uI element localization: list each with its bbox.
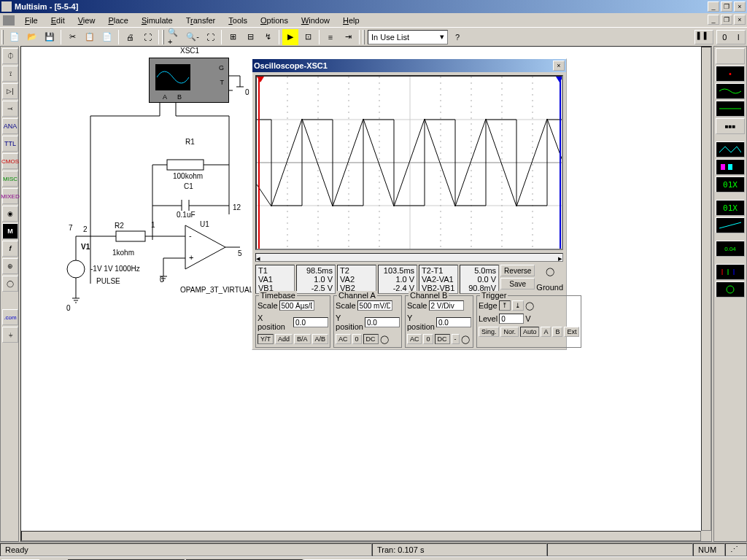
- chb-0[interactable]: 0: [423, 334, 433, 344]
- zoomin-button[interactable]: 🔍+: [167, 29, 183, 45]
- palette-ground[interactable]: ⏚: [2, 327, 18, 343]
- edge-rise[interactable]: ⤒: [499, 300, 511, 311]
- child-close-button[interactable]: ×: [734, 15, 746, 25]
- cha-color[interactable]: ◯: [380, 335, 389, 344]
- dbtn7[interactable]: ⇥: [340, 29, 356, 45]
- instr-2[interactable]: [716, 83, 745, 99]
- palette-diode[interactable]: ▷|: [2, 83, 18, 99]
- chb-scale[interactable]: [429, 300, 464, 311]
- instr-9[interactable]: [716, 217, 745, 233]
- instr-meter[interactable]: [716, 48, 745, 64]
- open-button[interactable]: 📂: [24, 29, 40, 45]
- scrollbar-h[interactable]: [21, 531, 701, 541]
- palette-em[interactable]: ⊕: [2, 258, 18, 274]
- trig-b[interactable]: B: [552, 327, 562, 337]
- close-button[interactable]: ×: [734, 1, 746, 12]
- palette-source[interactable]: ⏀: [2, 48, 18, 64]
- menu-window[interactable]: Window: [295, 15, 336, 26]
- palette-mixed[interactable]: MIXED: [2, 188, 18, 204]
- palette-com[interactable]: .com: [2, 309, 18, 325]
- save-osc-button[interactable]: Save: [500, 278, 535, 289]
- cut-button[interactable]: ✂: [64, 29, 80, 45]
- instr-11[interactable]: [716, 264, 745, 280]
- dbtn5[interactable]: ⊡: [300, 29, 316, 45]
- full-button[interactable]: ⛶: [139, 29, 155, 45]
- osc-close-button[interactable]: ×: [553, 61, 565, 71]
- palette-out[interactable]: ◯: [2, 276, 18, 292]
- zoomfit-button[interactable]: ⛶: [202, 29, 218, 45]
- edge-fall[interactable]: ⤓: [512, 300, 524, 311]
- menu-transfer[interactable]: Transfer: [180, 15, 222, 26]
- dbtn6[interactable]: ≡: [322, 29, 338, 45]
- instr-1[interactable]: •: [716, 66, 745, 82]
- save-button[interactable]: 💾: [42, 29, 58, 45]
- dbtn2[interactable]: ⊟: [242, 29, 258, 45]
- copy-button[interactable]: 📋: [82, 29, 98, 45]
- ground-radio[interactable]: ◯: [546, 267, 554, 276]
- palette-m[interactable]: M: [2, 223, 18, 239]
- osc-waveform[interactable]: [255, 75, 563, 250]
- palette-f[interactable]: f: [2, 241, 18, 257]
- ab-button[interactable]: A/B: [312, 334, 329, 344]
- chb-dc[interactable]: DC: [435, 334, 450, 344]
- dbtn3[interactable]: ↯: [260, 29, 276, 45]
- menu-edit[interactable]: Edit: [45, 15, 71, 26]
- zoomout-button[interactable]: 🔍-: [185, 29, 201, 45]
- add-button[interactable]: Add: [275, 334, 293, 344]
- print-button[interactable]: 🖨: [122, 29, 138, 45]
- instr-8[interactable]: 01X: [716, 200, 745, 216]
- scrollbar-v[interactable]: [701, 47, 711, 531]
- menu-place[interactable]: Place: [102, 15, 134, 26]
- instr-12[interactable]: [716, 281, 745, 298]
- dbtn1[interactable]: ⊞: [225, 29, 241, 45]
- cha-ac[interactable]: AC: [336, 334, 351, 344]
- instr-3[interactable]: [716, 101, 745, 117]
- timebase-scale[interactable]: [279, 300, 314, 311]
- chb-minus[interactable]: -: [452, 334, 460, 344]
- trig-auto[interactable]: Auto: [520, 327, 540, 337]
- menu-options[interactable]: Options: [255, 15, 294, 26]
- child-minimize-button[interactable]: _: [708, 15, 719, 25]
- cha-ypos[interactable]: [365, 317, 400, 327]
- timebase-xpos[interactable]: [293, 317, 328, 327]
- cha-dc[interactable]: DC: [363, 334, 379, 344]
- sim-pause-button[interactable]: ❚❚: [694, 30, 713, 44]
- yt-button[interactable]: Y/T: [258, 334, 274, 344]
- trig-sing[interactable]: Sing.: [479, 327, 500, 337]
- inuse-dropdown[interactable]: In Use List▾: [368, 30, 448, 44]
- menu-simulate[interactable]: Simulate: [136, 15, 179, 26]
- palette-cmos[interactable]: CMOS: [2, 153, 18, 169]
- palette-transistor[interactable]: ⤙: [2, 101, 18, 117]
- dbtn4[interactable]: ▶: [282, 29, 298, 45]
- cha-0[interactable]: 0: [352, 334, 362, 344]
- menu-file[interactable]: File: [19, 15, 44, 26]
- menu-help[interactable]: Help: [337, 15, 365, 26]
- help-button[interactable]: ?: [449, 29, 465, 45]
- palette-analog[interactable]: ANA: [2, 118, 18, 134]
- instr-7[interactable]: 01X: [716, 176, 745, 192]
- chb-ypos[interactable]: [436, 317, 471, 327]
- instr-5[interactable]: [716, 141, 745, 158]
- instr-6[interactable]: [716, 159, 745, 175]
- menu-view[interactable]: View: [72, 15, 101, 26]
- palette-basic[interactable]: ⟟: [2, 66, 18, 82]
- sim-run-switch[interactable]: 0I: [716, 30, 746, 44]
- reverse-button[interactable]: Reverse: [500, 265, 535, 276]
- trigger-level[interactable]: [499, 314, 524, 324]
- osc-scrollbar[interactable]: ◂▸: [255, 253, 563, 262]
- palette-misc[interactable]: MISC: [2, 171, 18, 187]
- chb-ac[interactable]: AC: [407, 334, 422, 344]
- trig-nor[interactable]: Nor.: [500, 327, 519, 337]
- palette-indicator[interactable]: ◉: [2, 206, 18, 222]
- paste-button[interactable]: 📄: [99, 29, 115, 45]
- child-restore-button[interactable]: ❐: [721, 15, 732, 25]
- instr-4[interactable]: ■■■: [716, 118, 745, 134]
- ba-button[interactable]: B/A: [294, 334, 311, 344]
- trig-color[interactable]: ◯: [525, 301, 534, 311]
- palette-ttl[interactable]: TTL: [2, 136, 18, 152]
- minimize-button[interactable]: _: [708, 1, 719, 12]
- new-button[interactable]: 📄: [7, 29, 23, 45]
- chb-color[interactable]: ◯: [461, 335, 470, 344]
- menu-tools[interactable]: Tools: [222, 15, 253, 26]
- trig-ext[interactable]: Ext: [564, 327, 579, 337]
